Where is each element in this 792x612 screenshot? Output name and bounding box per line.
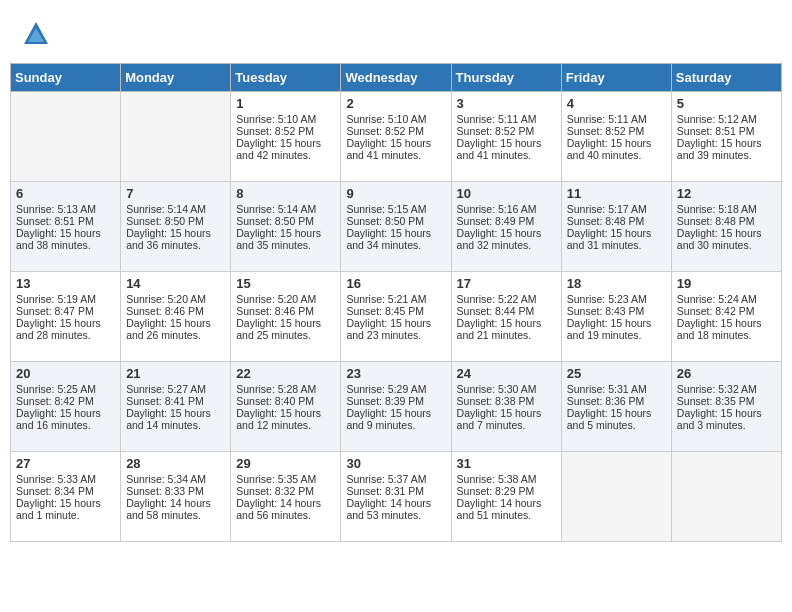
sunrise-text: Sunrise: 5:24 AM [677, 293, 776, 305]
calendar-header-monday: Monday [121, 64, 231, 92]
sunrise-text: Sunrise: 5:17 AM [567, 203, 666, 215]
sunset-text: Sunset: 8:43 PM [567, 305, 666, 317]
day-number: 21 [126, 366, 225, 381]
sunrise-text: Sunrise: 5:23 AM [567, 293, 666, 305]
sunrise-text: Sunrise: 5:25 AM [16, 383, 115, 395]
daylight-text: Daylight: 15 hours and 12 minutes. [236, 407, 335, 431]
daylight-text: Daylight: 15 hours and 5 minutes. [567, 407, 666, 431]
sunrise-text: Sunrise: 5:30 AM [457, 383, 556, 395]
day-number: 15 [236, 276, 335, 291]
calendar-cell: 13Sunrise: 5:19 AMSunset: 8:47 PMDayligh… [11, 272, 121, 362]
sunset-text: Sunset: 8:47 PM [16, 305, 115, 317]
daylight-text: Daylight: 15 hours and 19 minutes. [567, 317, 666, 341]
calendar-cell: 5Sunrise: 5:12 AMSunset: 8:51 PMDaylight… [671, 92, 781, 182]
calendar-cell: 31Sunrise: 5:38 AMSunset: 8:29 PMDayligh… [451, 452, 561, 542]
calendar-cell [11, 92, 121, 182]
sunset-text: Sunset: 8:52 PM [457, 125, 556, 137]
daylight-text: Daylight: 14 hours and 53 minutes. [346, 497, 445, 521]
daylight-text: Daylight: 15 hours and 34 minutes. [346, 227, 445, 251]
sunset-text: Sunset: 8:52 PM [236, 125, 335, 137]
sunset-text: Sunset: 8:31 PM [346, 485, 445, 497]
sunset-text: Sunset: 8:41 PM [126, 395, 225, 407]
calendar-cell: 18Sunrise: 5:23 AMSunset: 8:43 PMDayligh… [561, 272, 671, 362]
sunset-text: Sunset: 8:48 PM [677, 215, 776, 227]
day-number: 11 [567, 186, 666, 201]
day-number: 2 [346, 96, 445, 111]
day-number: 14 [126, 276, 225, 291]
calendar-header-wednesday: Wednesday [341, 64, 451, 92]
sunrise-text: Sunrise: 5:15 AM [346, 203, 445, 215]
calendar-cell: 19Sunrise: 5:24 AMSunset: 8:42 PMDayligh… [671, 272, 781, 362]
daylight-text: Daylight: 15 hours and 1 minute. [16, 497, 115, 521]
daylight-text: Daylight: 15 hours and 21 minutes. [457, 317, 556, 341]
daylight-text: Daylight: 15 hours and 30 minutes. [677, 227, 776, 251]
sunrise-text: Sunrise: 5:11 AM [567, 113, 666, 125]
daylight-text: Daylight: 15 hours and 40 minutes. [567, 137, 666, 161]
sunrise-text: Sunrise: 5:10 AM [346, 113, 445, 125]
calendar-header-row: SundayMondayTuesdayWednesdayThursdayFrid… [11, 64, 782, 92]
sunset-text: Sunset: 8:46 PM [236, 305, 335, 317]
calendar-cell: 11Sunrise: 5:17 AMSunset: 8:48 PMDayligh… [561, 182, 671, 272]
day-number: 9 [346, 186, 445, 201]
daylight-text: Daylight: 15 hours and 35 minutes. [236, 227, 335, 251]
daylight-text: Daylight: 15 hours and 3 minutes. [677, 407, 776, 431]
calendar-cell: 8Sunrise: 5:14 AMSunset: 8:50 PMDaylight… [231, 182, 341, 272]
daylight-text: Daylight: 15 hours and 9 minutes. [346, 407, 445, 431]
sunset-text: Sunset: 8:29 PM [457, 485, 556, 497]
sunset-text: Sunset: 8:40 PM [236, 395, 335, 407]
calendar-header-friday: Friday [561, 64, 671, 92]
day-number: 1 [236, 96, 335, 111]
daylight-text: Daylight: 15 hours and 26 minutes. [126, 317, 225, 341]
sunrise-text: Sunrise: 5:27 AM [126, 383, 225, 395]
calendar-cell: 1Sunrise: 5:10 AMSunset: 8:52 PMDaylight… [231, 92, 341, 182]
sunrise-text: Sunrise: 5:20 AM [126, 293, 225, 305]
sunset-text: Sunset: 8:33 PM [126, 485, 225, 497]
calendar-week-row: 20Sunrise: 5:25 AMSunset: 8:42 PMDayligh… [11, 362, 782, 452]
calendar-cell [561, 452, 671, 542]
daylight-text: Daylight: 15 hours and 32 minutes. [457, 227, 556, 251]
calendar-cell: 7Sunrise: 5:14 AMSunset: 8:50 PMDaylight… [121, 182, 231, 272]
daylight-text: Daylight: 15 hours and 16 minutes. [16, 407, 115, 431]
calendar-cell: 25Sunrise: 5:31 AMSunset: 8:36 PMDayligh… [561, 362, 671, 452]
day-number: 18 [567, 276, 666, 291]
calendar-cell: 15Sunrise: 5:20 AMSunset: 8:46 PMDayligh… [231, 272, 341, 362]
day-number: 8 [236, 186, 335, 201]
day-number: 16 [346, 276, 445, 291]
day-number: 12 [677, 186, 776, 201]
sunset-text: Sunset: 8:51 PM [16, 215, 115, 227]
day-number: 28 [126, 456, 225, 471]
sunrise-text: Sunrise: 5:29 AM [346, 383, 445, 395]
sunrise-text: Sunrise: 5:31 AM [567, 383, 666, 395]
day-number: 31 [457, 456, 556, 471]
daylight-text: Daylight: 15 hours and 39 minutes. [677, 137, 776, 161]
sunrise-text: Sunrise: 5:35 AM [236, 473, 335, 485]
sunrise-text: Sunrise: 5:18 AM [677, 203, 776, 215]
sunset-text: Sunset: 8:52 PM [567, 125, 666, 137]
sunset-text: Sunset: 8:36 PM [567, 395, 666, 407]
day-number: 5 [677, 96, 776, 111]
day-number: 7 [126, 186, 225, 201]
page-header [10, 10, 782, 58]
calendar-header-tuesday: Tuesday [231, 64, 341, 92]
sunset-text: Sunset: 8:35 PM [677, 395, 776, 407]
daylight-text: Daylight: 15 hours and 28 minutes. [16, 317, 115, 341]
calendar-week-row: 1Sunrise: 5:10 AMSunset: 8:52 PMDaylight… [11, 92, 782, 182]
day-number: 19 [677, 276, 776, 291]
day-number: 23 [346, 366, 445, 381]
day-number: 4 [567, 96, 666, 111]
day-number: 29 [236, 456, 335, 471]
daylight-text: Daylight: 14 hours and 51 minutes. [457, 497, 556, 521]
daylight-text: Daylight: 15 hours and 36 minutes. [126, 227, 225, 251]
sunset-text: Sunset: 8:49 PM [457, 215, 556, 227]
daylight-text: Daylight: 14 hours and 56 minutes. [236, 497, 335, 521]
day-number: 24 [457, 366, 556, 381]
calendar-cell [121, 92, 231, 182]
daylight-text: Daylight: 15 hours and 23 minutes. [346, 317, 445, 341]
calendar-table: SundayMondayTuesdayWednesdayThursdayFrid… [10, 63, 782, 542]
sunrise-text: Sunrise: 5:14 AM [126, 203, 225, 215]
day-number: 10 [457, 186, 556, 201]
day-number: 30 [346, 456, 445, 471]
sunset-text: Sunset: 8:51 PM [677, 125, 776, 137]
daylight-text: Daylight: 14 hours and 58 minutes. [126, 497, 225, 521]
sunrise-text: Sunrise: 5:16 AM [457, 203, 556, 215]
